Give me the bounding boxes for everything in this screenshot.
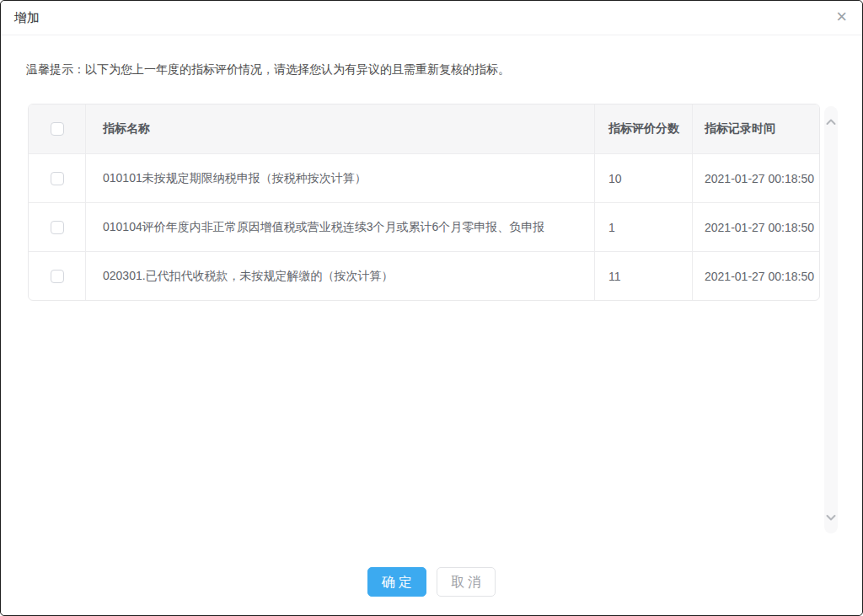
indicator-time: 2021-01-27 00:18:50 <box>693 252 819 300</box>
table-row: 010101未按规定期限纳税申报（按税种按次计算） 10 2021-01-27 … <box>29 153 819 202</box>
row-checkbox[interactable] <box>51 172 64 185</box>
tip-text: 温馨提示：以下为您上一年度的指标评价情况，请选择您认为有异议的且需重新复核的指标… <box>26 61 510 78</box>
confirm-button[interactable]: 确定 <box>367 567 426 597</box>
indicator-score: 11 <box>595 252 693 300</box>
indicator-name: 020301.已代扣代收税款，未按规定解缴的（按次计算） <box>86 252 595 300</box>
dialog-header: 增加 × <box>1 1 862 35</box>
row-checkbox[interactable] <box>51 221 64 234</box>
cancel-button[interactable]: 取消 <box>437 567 496 597</box>
close-icon[interactable]: × <box>833 1 850 33</box>
dialog-footer: 确定 取消 <box>1 567 862 597</box>
indicator-name: 010104评价年度内非正常原因增值税或营业税连续3个月或累计6个月零申报、负申… <box>86 203 595 251</box>
indicator-score: 10 <box>595 154 693 202</box>
table-row: 020301.已代扣代收税款，未按规定解缴的（按次计算） 11 2021-01-… <box>29 251 819 300</box>
select-all-checkbox[interactable] <box>51 122 64 136</box>
indicator-time: 2021-01-27 00:18:50 <box>693 203 819 251</box>
column-header-score: 指标评价分数 <box>595 104 693 153</box>
table-row: 010104评价年度内非正常原因增值税或营业税连续3个月或累计6个月零申报、负申… <box>29 202 819 251</box>
dialog-title: 增加 <box>14 1 40 35</box>
indicator-score: 1 <box>595 203 693 251</box>
add-dialog: 增加 × 温馨提示：以下为您上一年度的指标评价情况，请选择您认为有异议的且需重新… <box>0 0 863 616</box>
row-checkbox-cell <box>29 252 86 300</box>
indicator-name: 010101未按规定期限纳税申报（按税种按次计算） <box>86 154 595 202</box>
column-header-name: 指标名称 <box>86 104 595 153</box>
row-checkbox-cell <box>29 154 86 202</box>
row-checkbox-cell <box>29 203 86 251</box>
indicator-table: 指标名称 指标评价分数 指标记录时间 010101未按规定期限纳税申报（按税种按… <box>28 104 820 301</box>
column-header-time: 指标记录时间 <box>693 104 819 153</box>
indicator-time: 2021-01-27 00:18:50 <box>693 154 819 202</box>
chevron-up-icon[interactable] <box>826 118 836 126</box>
table-header-row: 指标名称 指标评价分数 指标记录时间 <box>29 104 819 153</box>
header-checkbox-cell <box>29 104 86 153</box>
row-checkbox[interactable] <box>51 270 64 283</box>
chevron-down-icon[interactable] <box>826 513 836 522</box>
scrollbar[interactable] <box>824 106 838 533</box>
